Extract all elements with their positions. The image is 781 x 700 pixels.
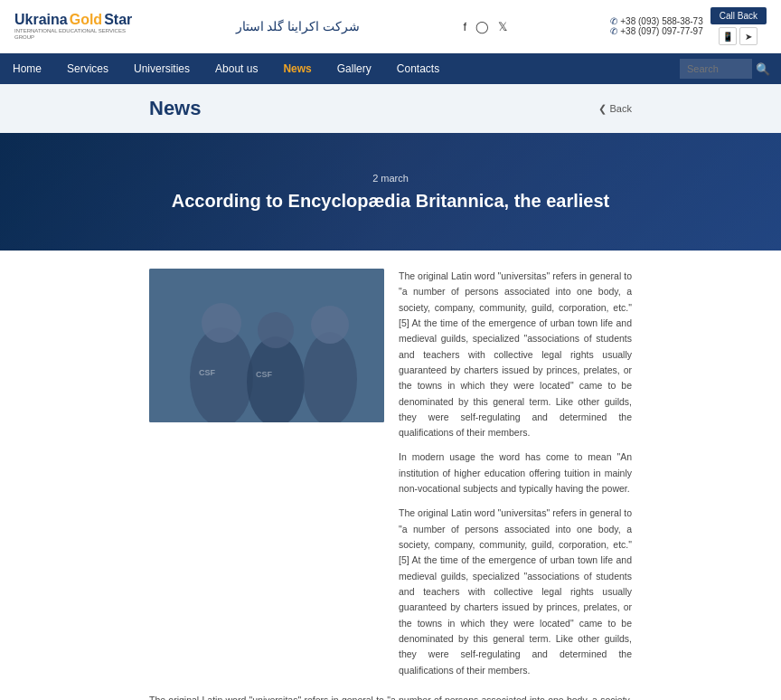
hero-date: 2 march	[372, 173, 409, 184]
news-page-title: News	[149, 97, 201, 120]
svg-point-5	[303, 332, 357, 422]
telegram-icon[interactable]: ➤	[739, 27, 757, 45]
msg-icons-group: 📱 ➤	[719, 27, 757, 45]
svg-point-2	[202, 303, 241, 343]
search-area: 🔍	[680, 59, 781, 80]
back-link[interactable]: ❮ Back	[598, 103, 632, 115]
social-icons: f ◯ 𝕏	[463, 20, 507, 33]
nav-contacts[interactable]: Contacts	[384, 53, 452, 84]
nav-services[interactable]: Services	[54, 53, 121, 84]
main-nav: Home Services Universities About us News…	[0, 53, 781, 84]
facebook-icon[interactable]: f	[463, 20, 466, 33]
nav-universities[interactable]: Universities	[121, 53, 202, 84]
nav-home[interactable]: Home	[0, 53, 54, 84]
svg-point-4	[258, 312, 294, 348]
nav-news[interactable]: News	[270, 53, 324, 84]
call-back-button[interactable]: Call Back	[710, 7, 767, 24]
article-text-right: The original Latin word "universitas" re…	[399, 269, 632, 678]
call-back-group: Call Back 📱 ➤	[710, 7, 767, 45]
svg-point-6	[311, 306, 349, 344]
search-input[interactable]	[680, 59, 752, 79]
news-breadcrumb: News ❮ Back	[0, 84, 781, 133]
contact-area: ✆ +38 (093) 588-38-73 ✆ +38 (097) 097-77…	[610, 7, 767, 45]
back-arrow-icon: ❮	[598, 103, 607, 115]
whatsapp-icon[interactable]: 📱	[719, 27, 737, 45]
hero-heading: According to Encyclopædia Britannica, th…	[136, 191, 646, 212]
phone2: +38 (097) 097-77-97	[620, 26, 702, 36]
article-para-3: The original Latin word "universitas" re…	[399, 506, 632, 677]
phone-numbers: ✆ +38 (093) 588-38-73 ✆ +38 (097) 097-77…	[610, 16, 702, 36]
phone1: +38 (093) 588-38-73	[620, 16, 702, 26]
article-image: CSF CSF	[149, 269, 384, 422]
article-para-2: In modern usage the word has come to mea…	[399, 449, 632, 497]
instagram-icon[interactable]: ◯	[475, 20, 489, 33]
phone-icon-2: ✆	[610, 26, 617, 36]
twitter-icon[interactable]: 𝕏	[498, 20, 507, 33]
logo-brand: Ukraina	[14, 12, 68, 28]
logo-gold: Gold	[70, 12, 102, 28]
search-button[interactable]: 🔍	[752, 59, 774, 80]
nav-gallery[interactable]: Gallery	[325, 53, 384, 84]
article-top: CSF CSF The original Latin word "univers…	[149, 269, 632, 678]
logo-subtitle: INTERNATIONAL EDUCATIONAL SERVICESGROUP	[14, 28, 132, 41]
article-para-1: The original Latin word "universitas" re…	[399, 269, 632, 440]
arabic-text: شركت اکراینا گلد استار	[236, 19, 361, 33]
back-label: Back	[610, 103, 632, 114]
header: Ukraina Gold Star INTERNATIONAL EDUCATIO…	[0, 0, 781, 53]
article-para-4: The original Latin word "universitas" re…	[149, 693, 632, 700]
svg-text:CSF: CSF	[199, 368, 216, 377]
content-area: CSF CSF The original Latin word "univers…	[0, 251, 781, 700]
svg-text:CSF: CSF	[256, 370, 273, 379]
hero-banner: 2 march According to Encyclopædia Britan…	[0, 133, 781, 251]
logo-star: Star	[104, 12, 132, 28]
logo-area: Ukraina Gold Star INTERNATIONAL EDUCATIO…	[14, 12, 132, 41]
phone-icon-1: ✆	[610, 16, 617, 26]
nav-about[interactable]: About us	[202, 53, 270, 84]
article-text-full: The original Latin word "universitas" re…	[149, 693, 632, 700]
